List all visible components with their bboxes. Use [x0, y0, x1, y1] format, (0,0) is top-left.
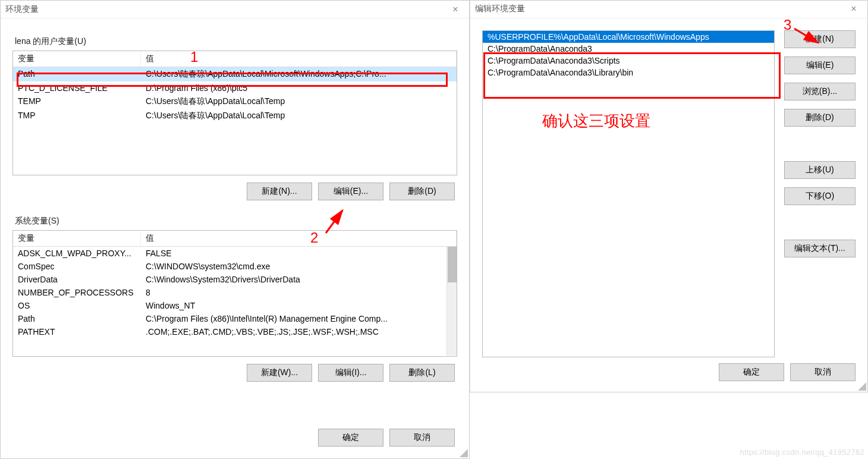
edit-text-button[interactable]: 编辑文本(T)...: [784, 240, 856, 257]
env-vars-dialog: 环境变量 × lena 的用户变量(U) 变量 值 Path C:\Users\…: [0, 0, 470, 459]
close-icon[interactable]: ×: [845, 4, 863, 14]
delete-button[interactable]: 删除(D): [784, 109, 856, 127]
cell-var: PTC_D_LICENSE_FILE: [13, 83, 141, 93]
table-row[interactable]: TEMP C:\Users\陆春琼\AppData\Local\Temp: [13, 95, 457, 109]
table-row[interactable]: DriverData C:\Windows\System32\Drivers\D…: [13, 273, 457, 286]
col-header-var[interactable]: 变量: [13, 231, 141, 246]
user-vars-listbox[interactable]: 变量 值 Path C:\Users\陆春琼\AppData\Local\Mic…: [12, 51, 457, 175]
watermark-text: https://blog.csdn.net/qq_41952762: [740, 448, 864, 457]
cell-var: TMP: [13, 110, 141, 122]
cancel-button[interactable]: 取消: [790, 363, 856, 381]
ok-button[interactable]: 确定: [719, 363, 784, 381]
close-icon[interactable]: ×: [446, 4, 464, 15]
cell-var: ComSpec: [13, 261, 141, 272]
list-item[interactable]: %USERPROFILE%\AppData\Local\Microsoft\Wi…: [483, 31, 774, 43]
edit-env-var-dialog: 编辑环境变量 × %USERPROFILE%\AppData\Local\Mic…: [470, 0, 868, 392]
table-row[interactable]: OS Windows_NT: [13, 299, 457, 312]
right-content: %USERPROFILE%\AppData\Local\Microsoft\Wi…: [470, 18, 867, 363]
table-row[interactable]: TMP C:\Users\陆春琼\AppData\Local\Temp: [13, 109, 457, 123]
sys-vars-listbox[interactable]: 变量 值 ADSK_CLM_WPAD_PROXY... FALSE ComSpe…: [12, 230, 457, 357]
titlebar-right: 编辑环境变量 ×: [470, 1, 867, 18]
list-item[interactable]: C:\ProgramData\Anaconda3\Library\bin: [483, 67, 774, 78]
cell-var: ADSK_CLM_WPAD_PROXY...: [13, 248, 141, 259]
col-header-val[interactable]: 值: [141, 231, 457, 246]
scrollbar[interactable]: [446, 247, 457, 356]
sys-vars-body: ADSK_CLM_WPAD_PROXY... FALSE ComSpec C:\…: [13, 247, 457, 356]
sys-vars-buttons: 新建(W)... 编辑(I)... 删除(L): [12, 357, 457, 385]
edit-sys-var-button[interactable]: 编辑(I)...: [318, 364, 383, 382]
cell-val: FALSE: [141, 248, 457, 259]
browse-button[interactable]: 浏览(B)...: [784, 83, 856, 100]
cell-val: C:\Users\陆春琼\AppData\Local\Temp: [141, 110, 457, 122]
table-row[interactable]: ComSpec C:\WINDOWS\system32\cmd.exe: [13, 260, 457, 273]
list-item[interactable]: C:\ProgramData\Anaconda3: [483, 43, 774, 55]
del-user-var-button[interactable]: 删除(D): [389, 183, 455, 200]
path-list[interactable]: %USERPROFILE%\AppData\Local\Microsoft\Wi…: [482, 30, 775, 357]
user-vars-body: Path C:\Users\陆春琼\AppData\Local\Microsof…: [13, 67, 457, 174]
left-footer: 确定 取消: [1, 420, 469, 458]
listbox-header: 变量 值: [13, 51, 457, 67]
resize-grip-icon[interactable]: [460, 449, 468, 457]
resize-grip-icon[interactable]: [858, 382, 866, 391]
table-row[interactable]: PATHEXT .COM;.EXE;.BAT;.CMD;.VBS;.VBE;.J…: [13, 325, 457, 338]
list-item[interactable]: C:\ProgramData\Anaconda3\Scripts: [483, 55, 774, 67]
table-row[interactable]: Path C:\Program Files (x86)\Intel\Intel(…: [13, 312, 457, 325]
del-sys-var-button[interactable]: 删除(L): [389, 364, 455, 382]
new-user-var-button[interactable]: 新建(N)...: [247, 183, 312, 200]
ok-button[interactable]: 确定: [318, 429, 383, 447]
sys-vars-label: 系统变量(S): [15, 216, 457, 227]
move-down-button[interactable]: 下移(O): [784, 187, 856, 205]
table-row[interactable]: PTC_D_LICENSE_FILE D:\Program Files (x86…: [13, 81, 457, 95]
table-row[interactable]: Path C:\Users\陆春琼\AppData\Local\Microsof…: [13, 67, 457, 81]
user-vars-buttons: 新建(N)... 编辑(E)... 删除(D): [12, 175, 457, 204]
cell-val: .COM;.EXE;.BAT;.CMD;.VBS;.VBE;.JS;.JSE;.…: [141, 326, 457, 337]
col-header-val[interactable]: 值: [141, 51, 457, 67]
cell-val: C:\Program Files (x86)\Intel\Intel(R) Ma…: [141, 313, 457, 324]
edit-button[interactable]: 编辑(E): [784, 56, 856, 74]
cell-var: Path: [13, 68, 141, 80]
cell-var: PATHEXT: [13, 326, 141, 337]
table-row[interactable]: NUMBER_OF_PROCESSORS 8: [13, 286, 457, 299]
user-vars-label: lena 的用户变量(U): [15, 36, 457, 47]
dialog-title: 环境变量: [5, 4, 39, 15]
cell-var: TEMP: [13, 96, 141, 108]
cell-val: C:\WINDOWS\system32\cmd.exe: [141, 261, 457, 272]
right-buttons: 新建(N) 编辑(E) 浏览(B)... 删除(D) 上移(U) 下移(O) 编…: [784, 30, 856, 357]
cell-var: DriverData: [13, 274, 141, 285]
cell-val: C:\Users\陆春琼\AppData\Local\Microsoft\Win…: [141, 68, 457, 80]
scroll-thumb[interactable]: [448, 247, 457, 282]
left-content: lena 的用户变量(U) 变量 值 Path C:\Users\陆春琼\App…: [1, 18, 469, 420]
move-up-button[interactable]: 上移(U): [784, 161, 856, 179]
cell-val: C:\Users\陆春琼\AppData\Local\Temp: [141, 96, 457, 108]
new-sys-var-button[interactable]: 新建(W)...: [247, 364, 312, 382]
edit-user-var-button[interactable]: 编辑(E)...: [318, 183, 383, 200]
cell-val: Windows_NT: [141, 300, 457, 311]
new-button[interactable]: 新建(N): [784, 30, 856, 48]
table-row[interactable]: ADSK_CLM_WPAD_PROXY... FALSE: [13, 247, 457, 260]
cell-val: C:\Windows\System32\Drivers\DriverData: [141, 274, 457, 285]
dialog-title: 编辑环境变量: [475, 4, 525, 14]
col-header-var[interactable]: 变量: [13, 51, 141, 67]
titlebar-left: 环境变量 ×: [1, 1, 469, 18]
cell-var: Path: [13, 313, 141, 324]
cell-var: NUMBER_OF_PROCESSORS: [13, 287, 141, 298]
cell-var: OS: [13, 300, 141, 311]
cell-val: D:\Program Files (x86)\ptc5: [141, 83, 457, 93]
right-footer: 确定 取消: [470, 363, 867, 392]
cancel-button[interactable]: 取消: [389, 429, 455, 447]
cell-val: 8: [141, 287, 457, 298]
listbox-header: 变量 值: [13, 231, 457, 247]
